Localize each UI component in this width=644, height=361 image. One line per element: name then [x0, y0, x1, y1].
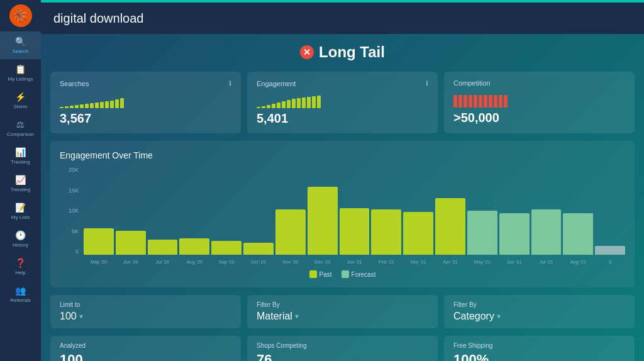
- tracking-icon: 📊: [15, 147, 26, 157]
- competition-value: >50,000: [453, 111, 625, 125]
- category-label: Filter By: [453, 301, 625, 308]
- sidebar-item-label: Trending: [11, 187, 30, 192]
- engagement-label: Engagement ℹ: [257, 79, 428, 87]
- searches-value: 3,567: [60, 111, 231, 126]
- sidebar-item-label: Search: [13, 48, 28, 54]
- stats-row: Searches ℹ 3,567 Engagement ℹ 5,401 Comp…: [50, 72, 635, 133]
- sidebar-item-comparison[interactable]: ⚖ Comparison: [0, 114, 41, 142]
- shops-label: Shops Competing: [257, 342, 428, 349]
- chart-title: Engagement Over Time: [60, 150, 625, 160]
- limit-value[interactable]: 100 ▾: [60, 311, 231, 322]
- chart-x-labels: May '20Jun '20Jul '20Aug '20Sep '20Oct '…: [84, 256, 625, 267]
- sidebar: 🏀 🔍 Search 📋 My Listings ⚡ Storm ⚖ Compa…: [0, 0, 41, 361]
- sidebar-item-label: My Listings: [8, 76, 33, 82]
- page-title: Long Tail: [319, 43, 385, 61]
- searches-info-icon[interactable]: ℹ: [229, 79, 231, 87]
- sidebar-item-label: Comparison: [7, 131, 34, 137]
- category-dropdown-arrow: ▾: [497, 312, 501, 321]
- listings-icon: 📋: [15, 64, 26, 74]
- legend-forecast-label: Forecast: [352, 271, 376, 278]
- competition-label: Competition: [453, 79, 625, 87]
- searches-bars: [60, 91, 231, 108]
- logo-icon: 🏀: [9, 4, 32, 27]
- material-value[interactable]: Material ▾: [257, 311, 428, 322]
- sidebar-item-label: Referrals: [10, 297, 30, 303]
- analyzed-card: Analyzed 100: [50, 336, 241, 361]
- legend-forecast: Forecast: [341, 270, 376, 278]
- sidebar-item-tracking[interactable]: 📊 Tracking: [0, 142, 41, 170]
- legend-past-label: Past: [319, 271, 332, 278]
- referrals-icon: 👥: [15, 286, 26, 296]
- engagement-card: Engagement ℹ 5,401: [247, 72, 438, 133]
- category-filter: Filter By Category ▾: [444, 295, 635, 328]
- close-button[interactable]: ✕: [300, 45, 314, 59]
- sidebar-item-storm[interactable]: ⚡ Storm: [0, 87, 41, 114]
- chart-section: Engagement Over Time 20K15K10K5K0 May '2…: [50, 141, 635, 287]
- engagement-bars: [257, 91, 428, 108]
- engagement-value: 5,401: [257, 111, 428, 126]
- legend-forecast-color: [341, 270, 349, 278]
- content-area: ✕ Long Tail Searches ℹ 3,567 Engagement …: [41, 34, 644, 361]
- material-dropdown-arrow: ▾: [295, 312, 299, 321]
- filter-row: Limit to 100 ▾ Filter By Material ▾ Filt…: [50, 295, 635, 328]
- shops-value: 76: [257, 352, 428, 361]
- lists-icon: 📝: [15, 203, 26, 213]
- competition-bars: [453, 90, 625, 108]
- sidebar-item-search[interactable]: 🔍 Search: [0, 31, 41, 59]
- free-shipping-label: Free Shipping: [453, 342, 625, 349]
- limit-label: Limit to: [60, 301, 231, 308]
- sidebar-item-label: My Lists: [11, 214, 30, 220]
- chart-legend: Past Forecast: [60, 270, 625, 278]
- sidebar-item-my-listings[interactable]: 📋 My Listings: [0, 59, 41, 87]
- comparison-icon: ⚖: [16, 119, 25, 130]
- search-icon: 🔍: [15, 36, 26, 47]
- help-icon: ❓: [15, 258, 26, 268]
- engagement-info-icon[interactable]: ℹ: [426, 79, 428, 87]
- app-header: digital download: [41, 3, 644, 34]
- shops-card: Shops Competing 76: [247, 336, 438, 361]
- limit-filter: Limit to 100 ▾: [50, 295, 241, 328]
- analyzed-value: 100: [60, 352, 231, 361]
- legend-past-color: [309, 270, 317, 278]
- sidebar-item-label: Storm: [14, 104, 27, 109]
- material-filter: Filter By Material ▾: [247, 295, 438, 328]
- page-title-row: ✕ Long Tail: [50, 43, 635, 61]
- analyzed-label: Analyzed: [60, 342, 231, 349]
- history-icon: 🕐: [15, 230, 26, 240]
- competition-card: Competition >50,000: [444, 72, 635, 133]
- trending-icon: 📈: [15, 175, 26, 185]
- category-value[interactable]: Category ▾: [453, 311, 625, 322]
- main-content: digital download ✕ Long Tail Searches ℹ …: [41, 0, 644, 361]
- sidebar-item-label: Help: [15, 270, 25, 275]
- app-title: digital download: [53, 11, 143, 26]
- metrics-row: Analyzed 100 Shops Competing 76 Free Shi…: [50, 336, 635, 361]
- chart-y-labels: 20K15K10K5K0: [60, 167, 82, 255]
- material-label: Filter By: [257, 301, 428, 308]
- free-shipping-card: Free Shipping 100%: [444, 336, 635, 361]
- chart-container: 20K15K10K5K0 May '20Jun '20Jul '20Aug '2…: [60, 167, 625, 267]
- sidebar-item-label: History: [13, 242, 28, 248]
- storm-icon: ⚡: [15, 92, 26, 102]
- limit-dropdown-arrow: ▾: [79, 312, 83, 321]
- searches-label: Searches ℹ: [60, 79, 231, 87]
- sidebar-item-trending[interactable]: 📈 Trending: [0, 170, 41, 197]
- searches-card: Searches ℹ 3,567: [50, 72, 241, 133]
- legend-past: Past: [309, 270, 332, 278]
- app-logo: 🏀: [0, 0, 41, 31]
- sidebar-item-history[interactable]: 🕐 History: [0, 225, 41, 253]
- sidebar-item-help[interactable]: ❓ Help: [0, 253, 41, 280]
- free-shipping-value: 100%: [453, 352, 625, 361]
- chart-bars-area: [84, 167, 625, 255]
- sidebar-item-my-lists[interactable]: 📝 My Lists: [0, 197, 41, 225]
- sidebar-item-referrals[interactable]: 👥 Referrals: [0, 280, 41, 308]
- sidebar-item-label: Tracking: [11, 159, 30, 165]
